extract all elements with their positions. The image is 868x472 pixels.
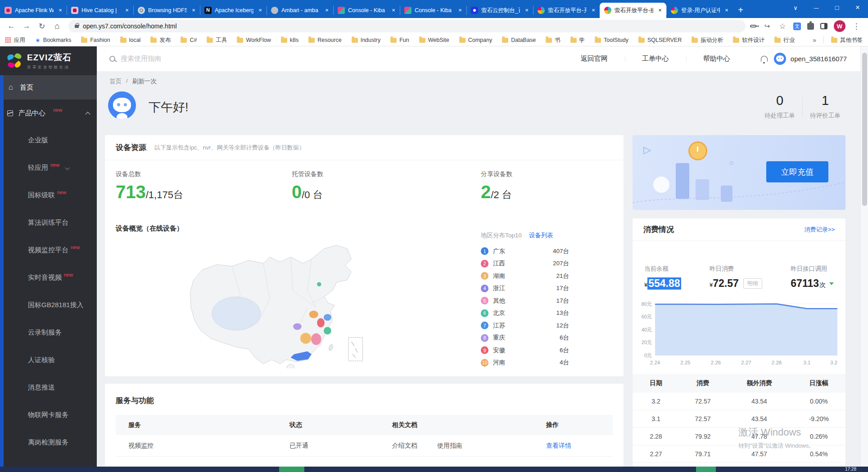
- bookmark-folder[interactable]: Company: [459, 37, 493, 43]
- bookmark-folder[interactable]: 行业: [774, 36, 795, 44]
- tab-close-icon[interactable]: [57, 7, 64, 14]
- breadcrumb-home[interactable]: 首页: [109, 77, 122, 86]
- sidebar-item-message-push[interactable]: 消息推送: [0, 374, 97, 401]
- bookmark-folder[interactable]: SQLSERVER: [638, 37, 682, 43]
- bookmark-folder[interactable]: 工具: [207, 36, 227, 44]
- review-workorders[interactable]: 1 待评价工单: [805, 93, 845, 120]
- tab-close-icon[interactable]: [590, 7, 597, 14]
- recharge-button[interactable]: 立即充值: [766, 161, 828, 182]
- bookmark-folder[interactable]: 书: [546, 36, 561, 44]
- bookmark-star-icon[interactable]: [778, 22, 787, 31]
- doc-guide-link[interactable]: 使用指南: [437, 442, 462, 450]
- home-icon[interactable]: [50, 19, 64, 33]
- tab-close-icon[interactable]: [457, 7, 464, 14]
- sidebar-item-rtc[interactable]: 实时音视频new: [0, 264, 97, 291]
- sidebar-item-algo-training[interactable]: 算法训练平台: [0, 209, 97, 236]
- bookmark-folder[interactable]: Resource: [308, 37, 342, 43]
- translate-icon[interactable]: [793, 23, 801, 30]
- bookmark-item[interactable]: Bookmarks: [35, 37, 71, 44]
- forward-icon[interactable]: [20, 19, 33, 33]
- link-help-center[interactable]: 帮助中心: [686, 54, 747, 63]
- bookmark-folder[interactable]: DataBase: [502, 37, 536, 43]
- bookmark-folder[interactable]: Fun: [390, 37, 409, 43]
- back-icon[interactable]: [5, 19, 18, 33]
- bell-icon[interactable]: [761, 56, 768, 62]
- sidebar-item-enterprise[interactable]: 企业版: [0, 127, 97, 154]
- other-bookmarks[interactable]: 其他书签: [831, 36, 863, 44]
- tab-console-kibana-1[interactable]: Console - Kiba: [333, 3, 400, 18]
- windows-taskbar[interactable]: 17:28: [0, 467, 868, 472]
- tab-ys7-open-1[interactable]: 萤石开放平台-开: [533, 3, 600, 18]
- tab-close-icon[interactable]: [390, 7, 397, 14]
- sidebar-item-video-platform[interactable]: 视频监控平台new: [0, 236, 97, 264]
- scrollbar-thumb[interactable]: [862, 53, 867, 206]
- doc-intro-link[interactable]: 介绍文档: [392, 442, 417, 450]
- link-official-site[interactable]: 返回官网: [564, 54, 625, 63]
- password-key-icon[interactable]: [750, 25, 756, 27]
- side-panel-icon[interactable]: [820, 23, 827, 29]
- close-button[interactable]: [847, 0, 868, 15]
- tab-browsing-hdfs[interactable]: Browsing HDFS: [133, 3, 200, 18]
- bookmarks-overflow-icon[interactable]: [813, 36, 816, 44]
- tab-close-icon[interactable]: [257, 7, 264, 14]
- consumption-records-link[interactable]: 消费记录>>: [805, 226, 835, 234]
- extensions-icon[interactable]: [807, 23, 814, 30]
- username[interactable]: open_3581616077: [791, 55, 847, 63]
- browser-profile-avatar[interactable]: W: [834, 20, 845, 32]
- new-tab-button[interactable]: [733, 3, 748, 18]
- url-text[interactable]: open.ys7.com/console/home.html: [83, 23, 177, 30]
- sidebar-item-home[interactable]: 首页: [0, 75, 97, 100]
- tab-close-icon[interactable]: [656, 7, 664, 14]
- sidebar-item-product-center[interactable]: 产品中心 new: [0, 100, 97, 127]
- bookmark-folder[interactable]: Industry: [352, 37, 380, 43]
- tab-close-icon[interactable]: [323, 7, 330, 14]
- tab-close-icon[interactable]: [523, 7, 530, 14]
- bookmark-apps[interactable]: 应用: [5, 36, 25, 44]
- bookmark-folder[interactable]: local: [120, 37, 141, 43]
- tab-apache-iceberg[interactable]: Apache Iceberg: [200, 3, 267, 18]
- pending-workorders[interactable]: 0 待处理工单: [760, 93, 800, 120]
- page-scrollbar[interactable]: [860, 46, 868, 467]
- ezviz-logo[interactable]: EZVIZ萤石 乐享安全智能生活: [0, 46, 97, 75]
- bookmark-folder[interactable]: WebSite: [419, 37, 449, 43]
- tab-close-icon[interactable]: [190, 7, 197, 14]
- sidebar-item-absence-detect[interactable]: 离岗检测服务: [0, 429, 97, 456]
- tab-apache-flink[interactable]: Apache Flink W: [0, 3, 67, 18]
- tab-ys7-open-active[interactable]: 萤石开放平台-接: [600, 3, 666, 18]
- bookmark-folder[interactable]: C#: [181, 37, 197, 43]
- tab-login-auth[interactable]: 登录-用户认证中: [666, 3, 733, 18]
- view-details-link[interactable]: 查看详情: [546, 442, 571, 449]
- sidebar-item-gb-cascade[interactable]: 国标级联new: [0, 182, 97, 209]
- tab-search-icon[interactable]: [785, 0, 806, 15]
- link-ticket-center[interactable]: 工单中心: [625, 54, 686, 63]
- bookmark-folder[interactable]: 振动分析: [692, 36, 723, 44]
- device-list-link[interactable]: 设备列表: [529, 231, 553, 240]
- tab-close-icon[interactable]: [123, 7, 131, 14]
- detail-tag-button[interactable]: 明细: [743, 278, 762, 289]
- bookmark-folder[interactable]: 软件设计: [733, 36, 764, 44]
- bookmark-folder[interactable]: 学: [570, 36, 585, 44]
- tab-console-kibana-2[interactable]: Console - Kiba: [400, 3, 466, 18]
- url-field[interactable]: open.ys7.com/console/home.html: [68, 20, 746, 32]
- tab-ambari[interactable]: Ambari - amba: [267, 3, 333, 18]
- tab-hive-catalog[interactable]: Hive Catalog |: [67, 3, 133, 18]
- sidebar-item-light-app[interactable]: 轻应用new: [0, 154, 97, 182]
- reload-icon[interactable]: [35, 19, 49, 33]
- user-avatar[interactable]: [774, 53, 786, 65]
- taskbar-app-indicator[interactable]: [279, 467, 304, 472]
- bookmark-folder[interactable]: Fashion: [81, 37, 110, 43]
- maximize-button[interactable]: [827, 0, 847, 15]
- share-icon[interactable]: [763, 22, 772, 30]
- taskbar-app-indicator[interactable]: [696, 467, 716, 472]
- bookmark-folder[interactable]: WorkFlow: [237, 37, 271, 43]
- bookmark-folder[interactable]: k8s: [281, 37, 298, 43]
- sidebar-item-iot-card[interactable]: 物联网卡服务: [0, 401, 97, 429]
- bookmark-folder[interactable]: ToolStudy: [595, 37, 628, 43]
- bookmark-folder[interactable]: 发布: [150, 36, 171, 44]
- sidebar-item-id-verify[interactable]: 人证核验: [0, 346, 97, 374]
- sidebar-item-gb28181[interactable]: 国标GB28181接入: [0, 291, 97, 319]
- browser-menu-icon[interactable]: [852, 22, 861, 31]
- sidebar-item-cloud-record[interactable]: 云录制服务: [0, 319, 97, 346]
- guide-search[interactable]: 搜索使用指南: [109, 54, 161, 63]
- tab-ys7-console[interactable]: 萤石云控制台_百: [466, 3, 533, 18]
